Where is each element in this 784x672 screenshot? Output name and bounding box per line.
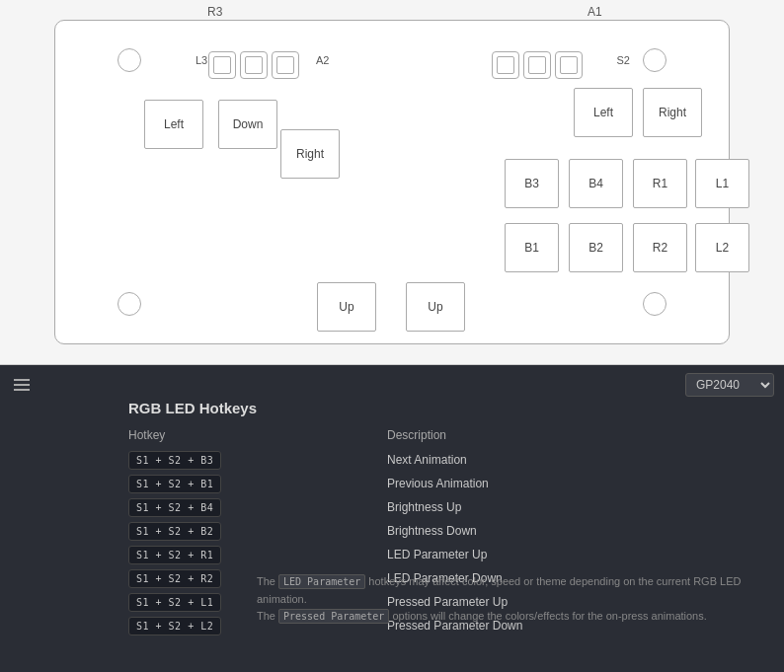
footer-line1: The LED Parameter hotkeys may affect col… <box>257 575 741 605</box>
button-left: Left <box>144 100 203 149</box>
hotkey-description: Next Animation <box>387 448 764 472</box>
table-row: S1 + S2 + R1 LED Parameter Up <box>128 543 764 566</box>
hotkey-description: Brightness Down <box>387 519 764 543</box>
triple-btn-2 <box>240 51 268 79</box>
col-desc: Description <box>387 428 764 448</box>
triple-btn-3 <box>272 51 299 79</box>
menu-button[interactable] <box>10 375 34 395</box>
button-down: Down <box>218 100 277 149</box>
footer-note: The LED Parameter hotkeys may affect col… <box>257 573 745 626</box>
hotkey-panel: GP2040 RGB LED Hotkeys Hotkey Descriptio… <box>0 365 784 672</box>
triple-btn-r2 <box>523 51 551 79</box>
label-r3: R3 <box>207 5 222 19</box>
footer-line2: The Pressed Parameter options will chang… <box>257 610 707 622</box>
hotkey-badge: S1 + S2 + L1 <box>128 593 221 612</box>
hotkey-description: LED Parameter Up <box>387 543 764 566</box>
controller-board: L3 A2 S1 S2 Left Down Right Up <box>54 20 730 344</box>
table-row: S1 + S2 + B1 Previous Animation <box>128 472 764 495</box>
label-a1: A1 <box>588 5 602 19</box>
hotkey-badge: S1 + S2 + B2 <box>128 522 221 541</box>
col-hotkey: Hotkey <box>128 428 387 448</box>
triple-btn-r1 <box>492 51 519 79</box>
hotkey-description: Previous Animation <box>387 472 764 495</box>
button-up-right: Up <box>406 282 465 332</box>
hotkey-badge: S1 + S2 + R1 <box>128 546 221 564</box>
label-s2: S2 <box>617 54 630 66</box>
section-title: RGB LED Hotkeys <box>128 400 764 416</box>
device-dropdown[interactable]: GP2040 <box>685 373 774 397</box>
table-row: S1 + S2 + B3 Next Animation <box>128 448 764 472</box>
controller-diagram: R3 A1 L3 A2 S1 S2 Left Down <box>0 0 784 365</box>
content-area: RGB LED Hotkeys Hotkey Description S1 + … <box>128 400 764 637</box>
button-left2: Left <box>574 88 633 137</box>
button-b3: B3 <box>505 159 559 208</box>
cluster-left <box>208 51 299 79</box>
button-right2: Right <box>643 88 702 137</box>
button-b2: B2 <box>569 223 623 272</box>
button-up-left: Up <box>317 282 376 332</box>
corner-circle-br <box>643 292 666 316</box>
button-l1: L1 <box>695 159 749 208</box>
corner-circle-tr <box>643 48 666 72</box>
button-l2: L2 <box>695 223 749 272</box>
hotkey-badge: S1 + S2 + B3 <box>128 451 221 470</box>
pressed-param-tag: Pressed Parameter <box>278 609 389 624</box>
button-b4: B4 <box>569 159 623 208</box>
triple-btn-r3 <box>555 51 583 79</box>
button-r2: R2 <box>633 223 687 272</box>
table-row: S1 + S2 + B4 Brightness Up <box>128 495 764 519</box>
label-l3: L3 <box>196 54 207 66</box>
hotkey-badge: S1 + S2 + R2 <box>128 569 221 588</box>
corner-circle-tl <box>118 48 141 72</box>
triple-btn-1 <box>208 51 236 79</box>
button-r1: R1 <box>633 159 687 208</box>
button-right: Right <box>280 129 340 179</box>
corner-circle-bl <box>118 292 141 316</box>
table-row: S1 + S2 + B2 Brightness Down <box>128 519 764 543</box>
hotkey-badge: S1 + S2 + B1 <box>128 475 221 493</box>
button-b1: B1 <box>505 223 559 272</box>
led-param-tag: LED Parameter <box>278 574 365 589</box>
label-a2: A2 <box>316 54 329 66</box>
hotkey-description: Brightness Up <box>387 495 764 519</box>
hotkey-badge: S1 + S2 + B4 <box>128 498 221 517</box>
hotkey-badge: S1 + S2 + L2 <box>128 617 221 635</box>
cluster-right <box>492 51 583 79</box>
